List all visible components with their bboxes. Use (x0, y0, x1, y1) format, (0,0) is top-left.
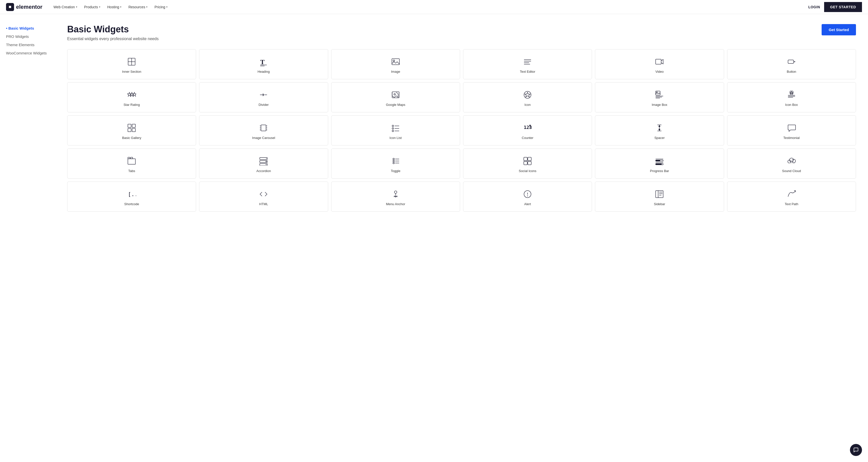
widget-card-heading[interactable]: T Heading (199, 49, 328, 79)
widget-label-counter: Counter (522, 136, 533, 140)
sidebar-item-theme-elements[interactable]: Theme Elements (6, 41, 49, 49)
widget-card-tabs[interactable]: Tabs (67, 149, 196, 179)
sidebar-item-pro-widgets[interactable]: PRO Widgets (6, 32, 49, 41)
widget-label-heading: Heading (257, 70, 270, 73)
html-icon (259, 190, 268, 199)
svg-rect-61 (131, 157, 133, 159)
widget-label-button: Button (787, 70, 796, 73)
svg-point-22 (394, 94, 395, 95)
page-layout: Basic WidgetsPRO WidgetsTheme ElementsWo… (0, 14, 868, 462)
get-started-nav-button[interactable]: GET STARTED (824, 2, 862, 12)
svg-point-7 (393, 60, 395, 61)
basic-gallery-icon (127, 123, 136, 133)
widget-card-icon-list[interactable]: Icon List (331, 115, 460, 146)
widget-label-icon-box: Icon Box (785, 103, 798, 106)
widget-card-text-editor[interactable]: Text Editor (463, 49, 592, 79)
widget-grid: Inner Section T Heading Image Text Edito… (67, 49, 856, 212)
widget-card-image-box[interactable]: Image Box (595, 82, 724, 112)
alert-icon (523, 190, 532, 199)
widget-card-sidebar[interactable]: Sidebar (595, 182, 724, 212)
widget-card-menu-anchor[interactable]: Menu Anchor (331, 182, 460, 212)
widget-label-menu-anchor: Menu Anchor (386, 202, 405, 206)
widget-card-accordion[interactable]: Accordion (199, 149, 328, 179)
star-rating-icon (127, 90, 136, 100)
widget-label-image-carousel: Image Carousel (252, 136, 275, 140)
svg-rect-85 (656, 163, 662, 165)
widget-label-progress-bar: Progress Bar (650, 169, 669, 173)
svg-rect-37 (128, 128, 131, 132)
svg-marker-24 (525, 92, 530, 97)
widget-card-shortcode[interactable]: [...] Shortcode (67, 182, 196, 212)
toggle-icon (391, 156, 400, 166)
accordion-icon (259, 156, 268, 166)
widget-card-image[interactable]: Image (331, 49, 460, 79)
svg-rect-6 (392, 59, 399, 65)
logo[interactable]: ■ elementor (6, 3, 42, 11)
sidebar-item-basic-widgets[interactable]: Basic Widgets (6, 24, 49, 32)
widget-card-testimonial[interactable]: Testimonial (727, 115, 856, 146)
widget-label-image: Image (391, 70, 400, 73)
widget-card-social-icons[interactable]: Social Icons (463, 149, 592, 179)
widget-card-basic-gallery[interactable]: Basic Gallery (67, 115, 196, 146)
icon-box-icon (787, 90, 796, 100)
widget-card-google-maps[interactable]: Google Maps (331, 82, 460, 112)
svg-point-48 (392, 128, 394, 129)
widget-card-sound-cloud[interactable]: Sound Cloud (727, 149, 856, 179)
logo-text: elementor (16, 4, 42, 10)
nav-actions: LOGIN GET STARTED (808, 2, 862, 12)
page-title: Basic Widgets (67, 24, 159, 35)
chevron-down-icon: ▾ (146, 5, 148, 8)
widget-card-video[interactable]: Video (595, 49, 724, 79)
widget-label-text-path: Text Path (785, 202, 798, 206)
widget-label-sound-cloud: Sound Cloud (782, 169, 801, 173)
svg-rect-82 (656, 160, 660, 161)
chevron-down-icon: ▾ (99, 5, 100, 8)
widget-card-html[interactable]: HTML (199, 182, 328, 212)
svg-text:[...]: [...] (128, 191, 136, 197)
nav-item-pricing[interactable]: Pricing▾ (151, 3, 170, 10)
widget-label-alert: Alert (524, 202, 531, 206)
login-button[interactable]: LOGIN (808, 5, 820, 9)
sound-cloud-icon (787, 156, 796, 166)
svg-rect-36 (132, 124, 135, 127)
nav-links: Web Creation▾Products▾Hosting▾Resources▾… (51, 3, 800, 10)
widget-card-text-path[interactable]: Text Path (727, 182, 856, 212)
widget-label-text-editor: Text Editor (520, 70, 535, 73)
widget-card-alert[interactable]: Alert (463, 182, 592, 212)
testimonial-icon (787, 123, 796, 133)
widget-card-counter[interactable]: 123 Counter (463, 115, 592, 146)
widget-card-spacer[interactable]: Spacer (595, 115, 724, 146)
widget-label-icon-list: Icon List (390, 136, 402, 140)
chevron-down-icon: ▾ (120, 5, 121, 8)
sidebar-item-woocommerce-widgets[interactable]: WooCommerce Widgets (6, 49, 49, 57)
widget-card-inner-section[interactable]: Inner Section (67, 49, 196, 79)
svg-point-96 (527, 195, 528, 196)
widget-card-progress-bar[interactable]: Progress Bar (595, 149, 724, 179)
main-content: Basic Widgets Essential widgets every pr… (55, 14, 868, 462)
nav-item-products[interactable]: Products▾ (81, 3, 103, 10)
svg-rect-38 (132, 128, 135, 132)
widget-card-divider[interactable]: Divider (199, 82, 328, 112)
widget-card-star-rating[interactable]: Star Rating (67, 82, 196, 112)
counter-icon: 123 (523, 123, 532, 133)
get-started-button[interactable]: Get Started (822, 24, 856, 35)
widget-card-icon[interactable]: Icon (463, 82, 592, 112)
header-text: Basic Widgets Essential widgets every pr… (67, 24, 159, 41)
google-maps-icon (391, 90, 400, 100)
icon-list-icon (391, 123, 400, 133)
content-header: Basic Widgets Essential widgets every pr… (67, 24, 856, 41)
nav-item-resources[interactable]: Resources▾ (125, 3, 150, 10)
chat-bubble[interactable] (850, 444, 862, 456)
image-icon (391, 57, 400, 67)
nav-item-web-creation[interactable]: Web Creation▾ (51, 3, 80, 10)
svg-rect-89 (788, 163, 795, 164)
sidebar-icon (655, 190, 664, 199)
widget-card-icon-box[interactable]: Icon Box (727, 82, 856, 112)
widget-card-image-carousel[interactable]: Image Carousel (199, 115, 328, 146)
widget-label-spacer: Spacer (654, 136, 665, 140)
widget-card-toggle[interactable]: Toggle (331, 149, 460, 179)
svg-rect-97 (656, 191, 663, 198)
widget-card-button[interactable]: Button (727, 49, 856, 79)
widget-label-social-icons: Social Icons (519, 169, 536, 173)
nav-item-hosting[interactable]: Hosting▾ (104, 3, 124, 10)
